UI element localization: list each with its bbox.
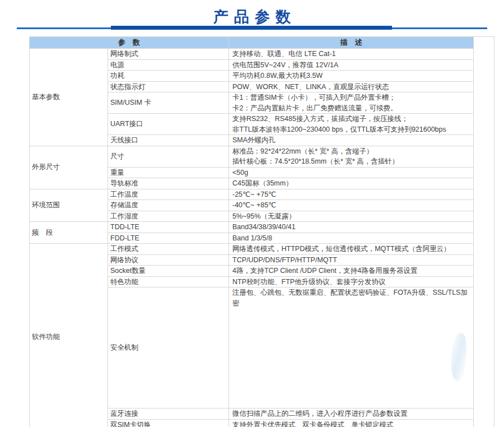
param-cell: 双SIM卡切换 [108, 419, 229, 427]
product-spec-table: 参 数 描 述 基本参数 网络制式 支持移动、联通、电信 LTE Cat-1 电… [29, 36, 494, 427]
desc-cell: 卡1：普通SIM卡（小卡），可插入到产品外置卡槽； 卡2：产品内置贴片卡，出厂免… [229, 92, 474, 114]
param-cell: 安全机制 [108, 287, 229, 409]
param-cell: FDD-LTE [108, 233, 229, 244]
param-cell: 工作温度 [108, 189, 229, 200]
param-cell: TDD-LTE [108, 222, 229, 233]
table-row: 环境范围 工作温度 -25℃~ +75℃ [30, 189, 494, 200]
param-cell: 功耗 [108, 71, 229, 82]
desc-cell: 5%~95%（无凝露） [229, 211, 474, 222]
desc-cell: 支持移动、联通、电信 LTE Cat-1 [229, 49, 474, 60]
param-cell: 工作模式 [108, 244, 229, 255]
param-cell: Socket数量 [108, 266, 229, 277]
desc-cell: 供电范围5V~24V，推荐值 12V/1A [229, 59, 474, 71]
group-label-cell: 外形尺寸 [30, 146, 108, 189]
desc-cell: 平均功耗0.8W,最大功耗3.5W [229, 71, 474, 82]
desc-cell: -25℃~ +75℃ [229, 189, 474, 200]
desc-cell: 微信扫描产品上的二维码，进入小程序进行产品参数设置 [229, 409, 474, 420]
param-column-header: 参 数 [30, 37, 229, 49]
desc-column-header: 描 述 [229, 37, 474, 49]
param-cell: 状态指示灯 [108, 81, 229, 92]
param-cell: UART接口 [108, 114, 229, 135]
desc-cell: 注册包、心跳包、无数据重启、配置状态密码验证、FOTA升级、SSL/TLS加密 [229, 287, 474, 409]
desc-cell: <50g [229, 167, 474, 178]
desc-cell: NTP校时功能、FTP他升级协议、套接字分发协议 [229, 276, 474, 287]
desc-cell: 支持RS232、RS485接入方式，拔插式端子，按压接线； 非TTL版本波特率1… [229, 114, 474, 135]
table-row: 外形尺寸 尺寸 标准品：92*24*22mm（长* 宽* 高，含端子） 插针核心… [30, 146, 494, 167]
table-row: 基本参数 网络制式 支持移动、联通、电信 LTE Cat-1 [30, 49, 494, 60]
table-row: 频 段 TDD-LTE Band34/38/39/40/41 [30, 222, 494, 233]
param-cell: 存储温度 [108, 200, 229, 211]
desc-cell: 网络透传模式，HTTPD模式，短信透传模式，MQTT模式（含阿里云） [229, 244, 474, 255]
param-cell: 工作湿度 [108, 211, 229, 222]
group-label-cell: 频 段 [30, 222, 108, 244]
desc-cell: C45国标（35mm） [229, 178, 474, 189]
param-cell: 天线接口 [108, 135, 229, 146]
right-spacer-column [474, 37, 494, 427]
title-divider [0, 26, 504, 31]
group-label-cell: 基本参数 [30, 49, 108, 146]
desc-cell: SMA外螺内孔 [229, 135, 474, 146]
param-cell: 网络制式 [108, 49, 229, 60]
desc-cell: POW、WORK、NET、LINKA，直观显示运行状态 [229, 81, 474, 92]
table-header-row: 参 数 描 述 [30, 37, 494, 49]
param-cell: 尺寸 [108, 146, 229, 167]
table-row: 软件功能 工作模式 网络透传模式，HTTPD模式，短信透传模式，MQTT模式（含… [30, 244, 494, 255]
param-cell: 特色功能 [108, 276, 229, 287]
param-cell: 网络协议 [108, 254, 229, 266]
desc-cell: TCP/UDP/DNS/FTP/HTTP/MQTT [229, 254, 474, 266]
desc-cell: 支持外置卡优先模式、双卡备份模式、单卡锁定模式 [229, 419, 474, 427]
desc-cell: -40℃~ +85℃ [229, 200, 474, 211]
group-label-cell: 环境范围 [30, 189, 108, 222]
param-cell: 电源 [108, 59, 229, 71]
desc-cell: 4路，支持TCP Client /UDP Client，支持4路备用服务器设置 [229, 266, 474, 277]
param-cell: SIM/USIM 卡 [108, 92, 229, 114]
page-title: 产品参数 [0, 0, 504, 25]
divider-thick-bar [111, 26, 392, 30]
param-cell: 重量 [108, 167, 229, 178]
desc-cell: Band34/38/39/40/41 [229, 222, 474, 233]
group-label-cell: 软件功能 [30, 244, 108, 427]
param-cell: 导轨标准 [108, 178, 229, 189]
desc-cell: Band 1/3/5/8 [229, 233, 474, 244]
param-cell: 蓝牙连接 [108, 409, 229, 420]
desc-cell: 标准品：92*24*22mm（长* 宽* 高，含端子） 插针核心板：74.5*2… [229, 146, 474, 167]
